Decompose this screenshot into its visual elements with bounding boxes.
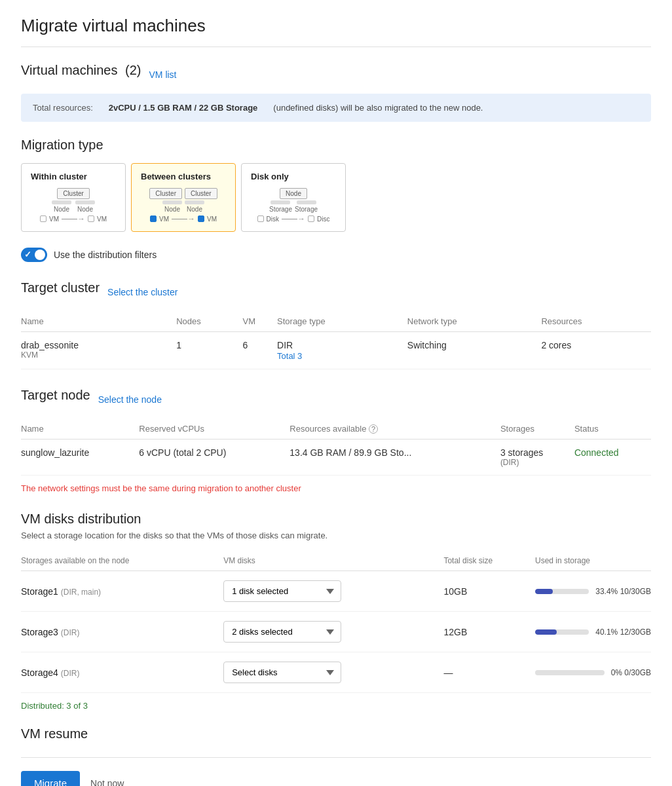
card-disk-only-label: Disk only [251,172,336,181]
target-cluster-title: Target cluster [21,280,100,295]
within-node-left: Node [54,206,69,213]
cluster-vm: 6 [242,332,277,369]
action-buttons: Migrate Not now [21,771,651,786]
storage4-type: (DIR) [61,669,80,678]
migration-card-within-cluster[interactable]: Within cluster Cluster Node Node VM ——→ [21,163,126,232]
between-vm-checkbox-dest [198,215,204,222]
disk-only-disk-checkbox [257,215,264,222]
migration-type-title: Migration type [21,138,651,153]
disk-only-disc-checkbox [308,215,314,222]
storage1-disk-select[interactable]: 1 disk selected 2 disks selected Select … [223,580,341,602]
cluster-col-name: Name [21,311,176,332]
card-within-cluster-label: Within cluster [31,172,116,181]
storage1-total-size: 10GB [443,571,535,612]
target-cluster-table: Name Nodes VM Storage type Network type … [21,311,651,369]
vm-disks-table: Storages available on the node VM disks … [21,551,651,693]
vm-disks-title: VM disks distribution [21,512,651,527]
within-vm-checkbox [40,215,47,222]
node-col-resources: Resources available ? [289,419,500,440]
between-cluster-box-left: Cluster [149,188,182,199]
target-cluster-section: Target cluster Select the cluster Name N… [21,280,651,369]
footer-divider [21,757,651,758]
node-col-storages: Storages [500,419,574,440]
page-title: Migrate virtual machines [21,16,651,47]
vm-section-title: Virtual machines (2) [21,63,141,78]
cluster-resources: 2 cores [541,332,651,369]
distribution-filter-label: Use the distribution filters [54,250,157,260]
storage4-used-label: 0% 0/30GB [611,668,651,677]
migration-card-between-clusters[interactable]: Between clusters Cluster Cluster Node No… [131,163,236,232]
storage1-type: (DIR, main) [61,588,101,597]
node-reserved-vcpus: 6 vCPU (total 2 CPU) [139,440,289,476]
within-vm-checkbox-dest [88,215,94,222]
cluster-col-vm: VM [242,311,277,332]
disks-col-used: Used in storage [535,551,651,571]
target-node-section: Target node Select the node Name Reserve… [21,388,651,493]
cluster-col-storage-type: Storage type [277,311,407,332]
node-storages: 3 storages [500,447,574,458]
disk-only-node-box: Node [280,188,307,199]
vm-disks-description: Select a storage location for the disks … [21,531,651,540]
resources-info-box: Total resources: 2vCPU / 1.5 GB RAM / 22… [21,94,651,122]
node-storages-type: (DIR) [500,458,574,467]
cluster-nodes: 1 [176,332,242,369]
disks-col-vm-disks: VM disks [223,551,443,571]
select-cluster-link[interactable]: Select the cluster [107,287,177,297]
table-row: drab_essonite KVM 1 6 DIR Total 3 Switch… [21,332,651,369]
disks-col-total-size: Total disk size [443,551,535,571]
within-node-right: Node [77,206,93,213]
within-cluster-box: Cluster [57,188,90,199]
select-node-link[interactable]: Select the node [98,394,162,405]
distributed-label: Distributed: 3 of 3 [21,701,651,711]
target-node-title: Target node [21,388,90,403]
storage4-disk-select[interactable]: Select disks 1 disk selected 2 disks sel… [223,662,341,683]
migration-type-cards: Within cluster Cluster Node Node VM ——→ [21,163,651,232]
storage4-total-size: — [443,652,535,693]
within-arrow: ——→ [62,214,85,223]
cluster-network-type: Switching [407,332,542,369]
node-col-status: Status [574,419,651,440]
distribution-filter-toggle[interactable]: ✓ [21,248,47,262]
vm-resume-title: VM resume [21,726,651,741]
table-row: Storage3 (DIR) 2 disks selected 1 disk s… [21,612,651,652]
cluster-col-resources: Resources [541,311,651,332]
storage3-used-label: 40.1% 12/30GB [595,627,651,637]
storage1-progress: 33.4% 10/30GB [535,587,651,596]
not-now-button[interactable]: Not now [90,778,124,787]
cluster-name: drab_essonite [21,340,176,350]
migrate-button[interactable]: Migrate [21,771,80,786]
storage3-disk-select[interactable]: 2 disks selected 1 disk selected Select … [223,621,341,643]
target-node-table: Name Reserved vCPUs Resources available … [21,419,651,476]
storage3-type: (DIR) [61,628,80,637]
node-resources-available: 13.4 GB RAM / 89.9 GB Sto... [289,440,500,476]
migration-card-disk-only[interactable]: Disk only Node Storage Storage Disk ——→ [241,163,346,232]
between-vm-checkbox [150,215,157,222]
cluster-subtext: KVM [21,350,176,360]
node-status: Connected [574,440,651,476]
node-col-name: Name [21,419,139,440]
card-between-clusters-label: Between clusters [141,172,226,181]
storage3-progress: 40.1% 12/30GB [535,627,651,637]
resources-value: 2vCPU / 1.5 GB RAM / 22 GB Storage [109,103,258,113]
vm-list-link[interactable]: VM list [149,69,177,80]
storage4-name: Storage4 [21,667,58,678]
table-row: Storage1 (DIR, main) 1 disk selected 2 d… [21,571,651,612]
vm-disks-section: VM disks distribution Select a storage l… [21,512,651,711]
cluster-storage-link[interactable]: Total 3 [277,351,302,361]
table-row: sunglow_lazurite 6 vCPU (total 2 CPU) 13… [21,440,651,476]
storage4-progress: 0% 0/30GB [535,668,651,677]
between-cluster-box-right: Cluster [185,188,217,199]
node-col-vcpus: Reserved vCPUs [139,419,289,440]
cluster-storage-type: DIR [277,340,407,350]
storage3-total-size: 12GB [443,612,535,652]
total-resources-label: Total resources: [33,103,93,113]
storage1-used-label: 33.4% 10/30GB [595,587,651,596]
distribution-filter-row: ✓ Use the distribution filters [21,248,651,262]
cluster-col-network-type: Network type [407,311,542,332]
resources-help-icon: ? [369,424,378,434]
storage1-name: Storage1 [21,586,58,597]
toggle-check-icon: ✓ [24,250,31,259]
resources-note: (undefined disks) will be also migrated … [273,103,483,113]
disk-only-arrow: ——→ [282,214,305,223]
table-row: Storage4 (DIR) Select disks 1 disk selec… [21,652,651,693]
